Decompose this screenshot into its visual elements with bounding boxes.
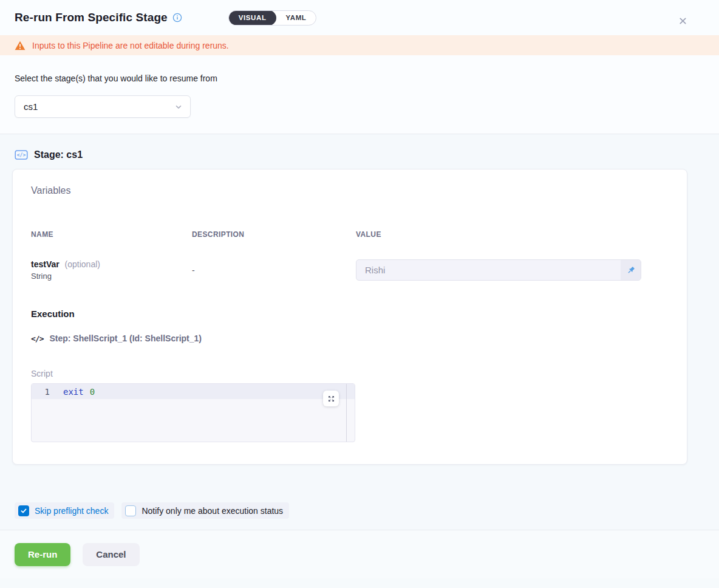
stage-select-dropdown[interactable]: cs1 xyxy=(15,95,191,118)
rerun-button[interactable]: Re-run xyxy=(15,543,70,566)
stage-select-value: cs1 xyxy=(24,101,174,112)
chevron-down-icon xyxy=(174,103,183,111)
info-icon[interactable] xyxy=(172,13,182,22)
stage-select-label: Select the stage(s) that you would like … xyxy=(15,74,704,83)
notify-only-me-checkbox[interactable] xyxy=(125,505,136,516)
skip-preflight-checkbox[interactable] xyxy=(18,505,29,516)
tab-yaml[interactable]: YAML xyxy=(276,10,316,26)
skip-preflight-label: Skip preflight check xyxy=(35,506,108,516)
svg-text:</>: </> xyxy=(17,152,26,158)
code-keyword: exit xyxy=(63,387,84,397)
variable-description: - xyxy=(192,265,356,275)
visual-yaml-toggle: VISUAL YAML xyxy=(228,10,317,26)
variables-table: NAME DESCRIPTION VALUE testVar (optional… xyxy=(31,230,669,281)
warning-triangle-icon xyxy=(15,41,26,50)
step-label: Step: ShellScript_1 (Id: ShellScript_1) xyxy=(49,333,202,343)
step-row: </> Step: ShellScript_1 (Id: ShellScript… xyxy=(31,333,669,343)
tab-visual[interactable]: VISUAL xyxy=(229,10,276,26)
stage-icon: </> xyxy=(15,149,28,161)
column-header-description: DESCRIPTION xyxy=(192,230,356,239)
dialog-footer: Re-run Cancel xyxy=(0,530,719,578)
stage-heading: Stage: cs1 xyxy=(34,149,83,160)
stage-select-section: Select the stage(s) that you would like … xyxy=(0,55,719,134)
notify-only-me-label: Notify only me about execution status xyxy=(141,506,283,516)
code-step-icon: </> xyxy=(31,334,43,343)
run-options-row: Skip preflight check Notify only me abou… xyxy=(15,502,704,519)
script-code-editor[interactable]: 1 exit 0 xyxy=(31,383,355,442)
stage-header-row: </> Stage: cs1 xyxy=(0,134,719,169)
page-title: Re-run From Specific Stage xyxy=(15,11,168,24)
warning-banner: Inputs to this Pipeline are not editable… xyxy=(0,35,719,55)
skip-preflight-option[interactable]: Skip preflight check xyxy=(15,502,114,519)
script-label: Script xyxy=(31,369,669,378)
close-icon[interactable] xyxy=(676,15,689,27)
execution-title: Execution xyxy=(31,309,669,319)
cancel-button[interactable]: Cancel xyxy=(83,543,139,566)
expand-icon[interactable] xyxy=(323,391,339,406)
variable-value-field xyxy=(356,259,641,281)
variable-value-input[interactable] xyxy=(356,260,621,280)
variables-table-header: NAME DESCRIPTION VALUE xyxy=(31,230,669,239)
stage-inputs-card: Variables NAME DESCRIPTION VALUE testVar… xyxy=(12,169,687,465)
main-content: </> Stage: cs1 Variables NAME DESCRIPTIO… xyxy=(0,134,719,578)
pin-icon[interactable] xyxy=(621,260,641,280)
variable-name-cell: testVar (optional) String xyxy=(31,259,192,281)
warning-message: Inputs to this Pipeline are not editable… xyxy=(32,41,229,50)
dialog-header: Re-run From Specific Stage VISUAL YAML xyxy=(0,0,719,35)
line-number: 1 xyxy=(32,387,63,397)
variable-optional-tag: (optional) xyxy=(65,259,100,269)
table-row: testVar (optional) String - xyxy=(31,259,669,281)
code-line: 1 exit 0 xyxy=(32,384,355,399)
editor-scrollbar[interactable] xyxy=(346,384,355,442)
code-number: 0 xyxy=(90,387,95,397)
column-header-name: NAME xyxy=(31,230,192,239)
variable-name: testVar xyxy=(31,259,60,269)
column-header-value: VALUE xyxy=(356,230,669,239)
notify-only-me-option[interactable]: Notify only me about execution status xyxy=(121,502,289,519)
variables-title: Variables xyxy=(31,185,669,196)
variable-type: String xyxy=(31,272,192,281)
